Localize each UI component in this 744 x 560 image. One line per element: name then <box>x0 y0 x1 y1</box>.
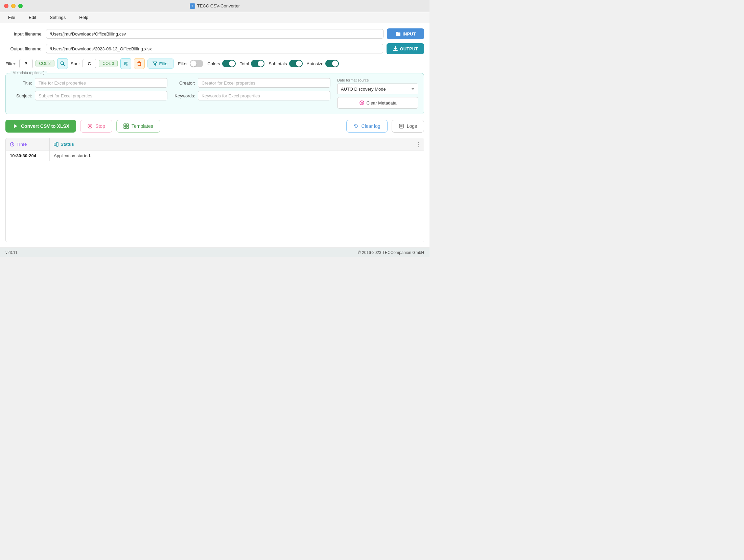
table-row: 10:30:30:204 Application started. <box>6 150 424 161</box>
titlebar: T TECC CSV-Converter <box>0 0 429 12</box>
creator-input[interactable] <box>198 78 330 88</box>
filter-toggle[interactable] <box>190 60 203 67</box>
clear-metadata-button[interactable]: Clear Metadata <box>337 97 418 109</box>
log-col-status: Status <box>50 138 414 150</box>
stop-button[interactable]: Stop <box>80 120 112 133</box>
close-button[interactable] <box>4 4 8 8</box>
svg-rect-16 <box>126 126 129 129</box>
main-content: Input filename: INPUT Output filename: O… <box>0 23 429 248</box>
date-format-group: Date format source AUTO Discovery Mode M… <box>337 78 418 94</box>
sort-label: Sort: <box>71 61 80 66</box>
log-col-menu[interactable]: ⋮ <box>414 141 424 148</box>
keywords-label: Keywords: <box>174 93 195 98</box>
menu-settings[interactable]: Settings <box>47 14 68 21</box>
keywords-input[interactable] <box>198 91 330 100</box>
toggle-total-label: Total <box>240 61 249 66</box>
clock-icon <box>10 142 15 147</box>
toggle-filter-label: Filter <box>178 61 188 66</box>
sort-direction-icon-btn[interactable] <box>120 58 131 69</box>
svg-rect-14 <box>126 124 129 126</box>
window-title: T TECC CSV-Converter <box>190 3 240 9</box>
metadata-title-field: Title: <box>11 78 167 88</box>
metadata-fields: Title: Creator: Subject: Keywords: <box>11 78 330 109</box>
svg-rect-17 <box>399 124 403 128</box>
templates-icon <box>123 123 129 129</box>
filter-button[interactable]: Filter <box>147 59 174 69</box>
metadata-content-row: Title: Creator: Subject: Keywords: <box>11 78 418 109</box>
autosize-toggle-group: Autosize <box>307 60 339 67</box>
svg-rect-12 <box>89 125 91 127</box>
action-row: Convert CSV to XLSX Stop Templates Clear… <box>5 118 424 134</box>
maximize-button[interactable] <box>18 4 23 8</box>
metadata-right-area: Date format source AUTO Discovery Mode M… <box>330 78 418 109</box>
total-toggle-group: Total <box>240 60 264 67</box>
metadata-section: Metadata (optional) Title: Creator: Subj… <box>5 73 424 114</box>
toggle-autosize-label: Autosize <box>307 61 324 66</box>
subject-input[interactable] <box>35 91 167 100</box>
metadata-section-label: Metadata (optional) <box>10 71 47 75</box>
download-icon <box>393 46 398 51</box>
clearlog-icon <box>353 123 359 129</box>
menu-help[interactable]: Help <box>76 14 91 21</box>
output-filename-field[interactable] <box>46 44 383 53</box>
convert-button[interactable]: Convert CSV to XLSX <box>5 120 76 133</box>
svg-line-1 <box>63 64 64 66</box>
metadata-subject-field: Subject: <box>11 91 167 100</box>
svg-rect-5 <box>138 63 141 66</box>
status-icon <box>54 142 59 147</box>
toggle-colors-label: Colors <box>207 61 220 66</box>
log-table-header: Time Status ⋮ <box>6 138 424 150</box>
total-toggle[interactable] <box>251 60 264 67</box>
svg-marker-10 <box>14 124 17 128</box>
col2-tag: COL 2 <box>36 60 54 67</box>
output-label: Output filename: <box>5 46 43 51</box>
clear-metadata-icon <box>359 100 365 106</box>
subtotals-toggle-group: Subtotals <box>269 60 302 67</box>
delete-icon-btn[interactable] <box>134 58 145 69</box>
filter-search-icon-btn[interactable] <box>57 58 68 69</box>
stop-icon <box>87 123 93 129</box>
input-label: Input filename: <box>5 31 43 37</box>
title-input[interactable] <box>35 78 167 88</box>
folder-icon <box>395 31 401 37</box>
input-row: Input filename: INPUT <box>5 28 424 39</box>
svg-point-8 <box>360 101 364 105</box>
menu-edit[interactable]: Edit <box>26 14 39 21</box>
sort-value-input[interactable] <box>83 59 96 68</box>
filter-label: Filter: <box>5 61 17 66</box>
clear-log-button[interactable]: Clear log <box>346 120 388 133</box>
menu-file[interactable]: File <box>5 14 18 21</box>
templates-button[interactable]: Templates <box>116 120 160 133</box>
filter-value-input[interactable] <box>19 59 33 68</box>
date-format-label: Date format source <box>337 78 418 82</box>
autosize-toggle[interactable] <box>325 60 339 67</box>
filter-toggle-group: Filter <box>178 60 203 67</box>
output-button[interactable]: OUTPUT <box>387 43 424 54</box>
svg-rect-15 <box>124 126 126 129</box>
subtotals-toggle[interactable] <box>289 60 303 67</box>
metadata-grid: Title: Creator: Subject: Keywords: <box>11 78 330 100</box>
input-button[interactable]: INPUT <box>387 28 424 39</box>
statusbar: v23.11 © 2016-2023 TECCompanion GmbH <box>0 248 429 257</box>
sort-icon <box>123 61 129 66</box>
log-table-body: 10:30:30:204 Application started. <box>6 150 424 242</box>
logs-button[interactable]: Logs <box>392 120 424 133</box>
creator-label: Creator: <box>174 80 195 86</box>
traffic-lights <box>4 4 23 8</box>
filter-row: Filter: COL 2 Sort: COL 3 Filter Filter … <box>5 58 424 69</box>
date-format-select[interactable]: AUTO Discovery Mode Manual ISO 8601 <box>337 84 418 94</box>
log-cell-time: 10:30:30:204 <box>6 150 50 161</box>
search-icon <box>60 61 65 66</box>
input-filename-field[interactable] <box>46 29 383 39</box>
colors-toggle-group: Colors <box>207 60 236 67</box>
col3-tag: COL 3 <box>99 60 118 67</box>
version-label: v23.11 <box>5 250 18 255</box>
logs-icon <box>399 123 404 129</box>
filter-icon <box>153 61 157 66</box>
minimize-button[interactable] <box>11 4 16 8</box>
metadata-keywords-field: Keywords: <box>174 91 330 100</box>
title-label: Title: <box>11 80 32 86</box>
output-row: Output filename: OUTPUT <box>5 43 424 54</box>
svg-point-9 <box>361 102 362 103</box>
colors-toggle[interactable] <box>222 60 236 67</box>
